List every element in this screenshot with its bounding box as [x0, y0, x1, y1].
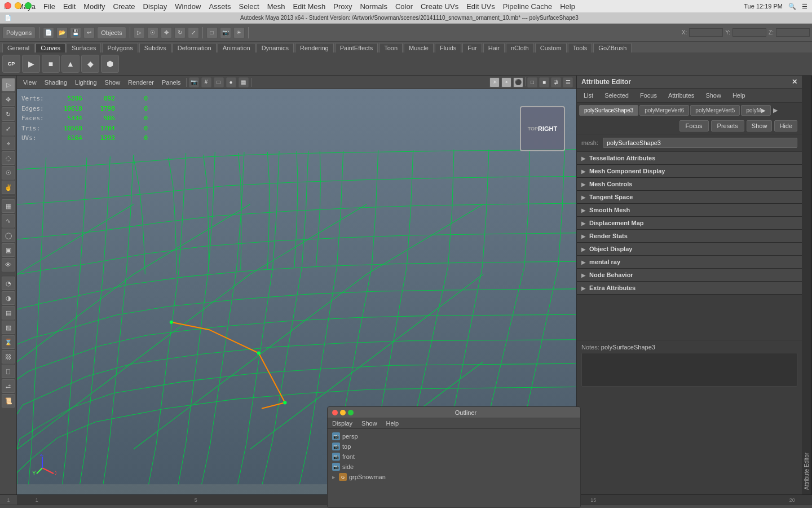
render-region[interactable]: ▧: [2, 321, 15, 334]
menu-createuvs[interactable]: Create UVs: [421, 2, 458, 11]
ae-nav-selected[interactable]: Selected: [602, 91, 631, 100]
light1-icon[interactable]: ☀: [489, 77, 500, 87]
shelf-icon-cp[interactable]: CP: [2, 55, 20, 73]
shelf-icon-4[interactable]: ◆: [81, 55, 99, 73]
snap-point[interactable]: ◯: [2, 229, 15, 242]
undo-icon[interactable]: ↩: [83, 27, 95, 38]
paint-tool[interactable]: ✌: [2, 181, 15, 194]
viewport-mode3[interactable]: ⋣: [551, 77, 561, 87]
z-input[interactable]: [776, 28, 810, 37]
shape-tab-0[interactable]: polySurfaceShape3: [579, 105, 638, 116]
ol-item-persp[interactable]: 📷 persp: [330, 431, 578, 441]
shelf-tab-dynamics[interactable]: Dynamics: [257, 43, 294, 52]
viewport-mode2[interactable]: ■: [539, 77, 549, 87]
shelf-tab-subdivs[interactable]: Subdivs: [139, 43, 171, 52]
scripts[interactable]: 📜: [2, 394, 15, 408]
outliner-close[interactable]: [332, 410, 338, 415]
close-button[interactable]: [5, 2, 11, 9]
select-icon[interactable]: ▷: [134, 27, 145, 38]
maximize-button[interactable]: [25, 2, 32, 9]
ol-menu-help[interactable]: Help: [384, 419, 401, 427]
rigging[interactable]: ⥄: [2, 379, 15, 393]
shelf-icon-3[interactable]: ▲: [61, 55, 80, 73]
shelf-tab-fluids[interactable]: Fluids: [435, 43, 461, 52]
nav-cube[interactable]: TOP RIGHT: [520, 106, 565, 151]
menu-select[interactable]: Select: [239, 2, 259, 11]
shelf-tab-curves[interactable]: Curves: [36, 43, 65, 52]
menu-mesh[interactable]: Mesh: [267, 2, 285, 11]
file-save-icon[interactable]: 💾: [70, 27, 81, 38]
snap-surface[interactable]: ▣: [2, 243, 15, 257]
shelf-tab-hair[interactable]: Hair: [483, 43, 505, 52]
light2-icon[interactable]: ⚬: [501, 77, 511, 87]
isolate-select[interactable]: ◔: [2, 277, 15, 290]
deformers[interactable]: ⎕: [2, 365, 15, 378]
soft-select[interactable]: ◌: [2, 151, 15, 165]
shape-tab-3[interactable]: polyM▶: [741, 105, 771, 116]
shelf-tab-tools[interactable]: Tools: [568, 43, 593, 52]
shelf-tab-muscle[interactable]: Muscle: [404, 43, 434, 52]
presets-button[interactable]: Presets: [711, 120, 744, 132]
shelf-tab-custom[interactable]: Custom: [535, 43, 567, 52]
texture-icon[interactable]: ▦: [239, 77, 249, 87]
history[interactable]: ⌛: [2, 335, 15, 349]
smooth-icon[interactable]: ●: [226, 77, 236, 87]
nav-cube-face[interactable]: TOP RIGHT: [520, 106, 565, 151]
viewport-mode1[interactable]: □: [527, 77, 537, 87]
view-menu[interactable]: View: [20, 78, 39, 87]
section-tessellation-header[interactable]: ▶ Tessellation Attributes: [577, 152, 802, 164]
mesh-name-input[interactable]: [603, 138, 797, 148]
menu-modify[interactable]: Modify: [83, 2, 105, 11]
menu-file[interactable]: File: [43, 2, 55, 11]
universal-tool[interactable]: ⌖: [2, 137, 15, 150]
shelf-tab-surfaces[interactable]: Surfaces: [67, 43, 101, 52]
grid-icon[interactable]: #: [201, 77, 211, 87]
menu-window[interactable]: Window: [175, 2, 201, 11]
scale-tool[interactable]: ⤢: [2, 122, 15, 135]
viewport-hud[interactable]: ☰: [563, 77, 573, 87]
section-mesh-component-header[interactable]: ▶ Mesh Component Display: [577, 165, 802, 177]
ol-menu-show[interactable]: Show: [359, 419, 379, 427]
expand-icon[interactable]: ▸: [332, 474, 336, 481]
close-icon[interactable]: ✕: [792, 78, 797, 86]
ol-item-front[interactable]: 📷 front: [330, 452, 578, 462]
shading-menu[interactable]: Shading: [42, 78, 70, 87]
section-mental-ray-header[interactable]: ▶ mental ray: [577, 256, 802, 268]
scale-icon[interactable]: ⤢: [188, 27, 199, 38]
shelf-icon-2[interactable]: ■: [42, 55, 60, 73]
outliner-minimize[interactable]: [340, 410, 346, 415]
menu-editmesh[interactable]: Edit Mesh: [293, 2, 325, 11]
section-node-behavior-header[interactable]: ▶ Node Behavior: [577, 269, 802, 281]
move-tool[interactable]: ✥: [2, 93, 15, 106]
menu-edituvs[interactable]: Edit UVs: [466, 2, 495, 11]
menu-normals[interactable]: Normals: [360, 2, 387, 11]
section-tangent-space-header[interactable]: ▶ Tangent Space: [577, 191, 802, 203]
minimize-button[interactable]: [15, 2, 21, 9]
shelf-tab-general[interactable]: General: [2, 43, 34, 52]
snap-view[interactable]: 👁: [2, 258, 15, 271]
lasso-tool[interactable]: ☉: [2, 166, 15, 179]
rotate-icon[interactable]: ↻: [174, 27, 186, 38]
section-smooth-mesh-header[interactable]: ▶ Smooth Mesh: [577, 204, 802, 216]
menu-create[interactable]: Create: [113, 2, 135, 11]
show-menu[interactable]: Show: [102, 78, 123, 87]
section-render-stats-header[interactable]: ▶ Render Stats: [577, 230, 802, 242]
shape-tab-1[interactable]: polyMergeVert6: [639, 105, 689, 116]
shape-tab-2[interactable]: polyMergeVert5: [690, 105, 740, 116]
menu-assets[interactable]: Assets: [209, 2, 231, 11]
shelf-tab-painteffects[interactable]: PaintEffects: [335, 43, 378, 52]
ae-nav-show[interactable]: Show: [703, 91, 723, 100]
menu-help[interactable]: Help: [560, 2, 575, 11]
section-object-display-header[interactable]: ▶ Object Display: [577, 243, 802, 255]
shelf-icon-5[interactable]: ⬢: [101, 55, 119, 73]
move-icon[interactable]: ✥: [161, 27, 172, 38]
poly-icon[interactable]: □: [206, 27, 218, 38]
menu-edit[interactable]: Edit: [63, 2, 76, 11]
shelf-tab-ncloth[interactable]: nCloth: [506, 43, 534, 52]
wireframe-icon[interactable]: □: [214, 77, 224, 87]
menu-icon[interactable]: ☰: [802, 3, 807, 10]
search-icon[interactable]: 🔍: [788, 3, 796, 10]
shelf-tab-toon[interactable]: Toon: [379, 43, 403, 52]
snap-curve[interactable]: ∿: [2, 214, 15, 227]
file-open-icon[interactable]: 📂: [56, 27, 68, 38]
